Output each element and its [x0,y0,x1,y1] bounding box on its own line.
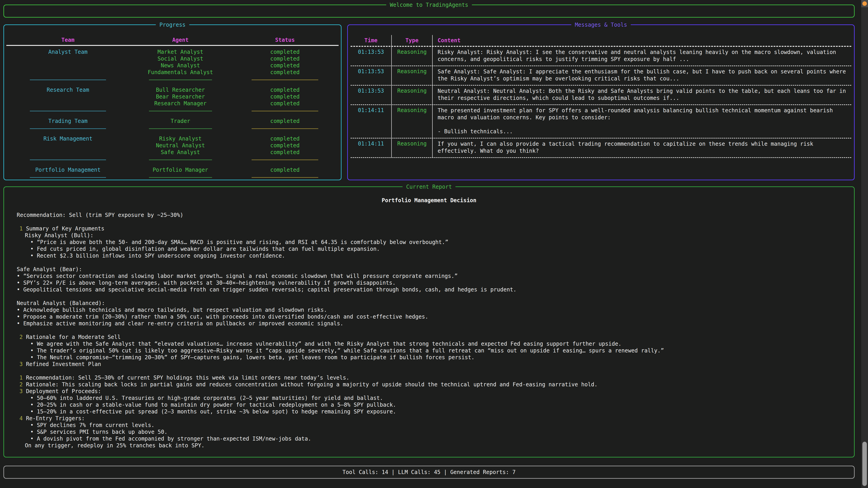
report-numbered-item: 3 Deployment of Proceeds: [17,388,854,395]
progress-team-group: Portfolio Management Portfolio Manager c… [6,164,339,173]
report-blank-line [17,293,854,300]
bullet-marker: • [17,280,23,286]
progress-group-separator [6,107,339,115]
bullet-marker: • [17,320,23,327]
bullet-marker: • [30,422,37,428]
agent-name: Fundamentals Analyst [129,69,231,76]
agent-separator-line [149,79,212,80]
status-separator-line [252,177,318,178]
progress-group-separator [6,125,339,133]
bullet-marker: • [30,409,37,415]
agent-name: Research Manager [129,100,231,107]
column-header-team: Team [6,37,129,43]
progress-table-header: Team Agent Status [6,35,339,46]
column-header-type: Type [392,35,433,46]
list-number: 2 [20,334,26,340]
agent-status: completed [231,149,339,156]
report-bullet-item: • Acknowledge bullish technicals and mac… [17,306,854,313]
agent-separator-line [149,111,212,111]
report-bullet-item: • A dovish pivot from the Fed accompanie… [17,435,854,442]
message-type: Reasoning [392,105,433,138]
agent-status: completed [231,166,339,173]
bullet-marker: • [30,429,37,435]
team-separator-line [30,177,106,178]
messages-table-body: 01:13:53 Reasoning Risky Analyst: Risky … [350,47,851,158]
stats-bar: Tool Calls: 14 | LLM Calls: 45 | Generat… [3,466,855,479]
list-number: 1 [20,225,26,232]
message-time: 01:13:53 [350,47,392,66]
bullet-marker: • [30,395,37,401]
agent-name: Market Analyst [129,48,231,55]
column-header-time: Time [350,35,392,46]
report-bullet-item: • Geopolitical tensions and speculative … [17,286,854,293]
column-header-content: Content [433,37,851,43]
messages-panel: Messages & Tools Time Type Content 01:13… [347,24,855,180]
report-text-line: Recommendation: Sell (trim SPY exposure … [17,212,854,219]
bullet-marker: • [30,341,37,347]
bullet-marker: • [30,402,37,408]
terminal-content: Welcome to TradingAgents Progress Team A… [3,0,855,479]
team-name: Research Team [6,87,129,107]
report-bullet-item: • SPY declines 7% from current levels. [17,422,854,429]
scroll-indicator-dot-icon [862,1,867,6]
progress-panel: Progress Team Agent Status Analyst Team … [3,24,342,180]
agent-name: Bear Researcher [129,93,231,100]
bullet-marker: • [17,287,23,293]
progress-team-group: Analyst Team Market AnalystSocial Analys… [6,46,339,76]
status-list: completed [231,166,339,173]
bullet-marker: • [30,435,37,442]
agent-status: completed [231,62,339,69]
status-separator-line [252,160,318,160]
report-text-line: Safe Analyst (Bear): [17,266,854,273]
current-report-panel: Current Report Portfolio Management Deci… [3,186,855,457]
column-header-agent: Agent [129,37,231,43]
scrollbar-thumb[interactable] [862,442,867,486]
status-list: completedcompletedcompleted [231,87,339,107]
agent-separator-line [149,160,212,160]
message-type: Reasoning [392,66,433,85]
column-header-status: Status [231,37,339,43]
report-text-line: Neutral Analyst (Balanced): [17,300,854,306]
agent-status: completed [231,100,339,107]
message-type: Reasoning [392,138,433,157]
list-number: 2 [20,381,26,388]
stats-text: Tool Calls: 14 | LLM Calls: 45 | Generat… [342,469,516,475]
message-content: Neutral Analyst: Neutral Analyst: Both t… [433,86,851,104]
report-bullet-item: • 15–20% in a cost-effective put spread … [17,408,854,415]
report-bullet-item: • We agree with the Safe Analyst that “e… [17,340,854,347]
agent-list: Trader [129,118,231,125]
report-heading: Portfolio Management Decision [4,197,854,203]
bullet-marker: • [30,348,37,354]
status-list: completed [231,118,339,125]
team-name: Trading Team [6,118,129,125]
team-separator-line [30,111,106,111]
report-numbered-item: 2 Rationale: This scaling back locks in … [17,381,854,388]
status-separator-line [252,128,318,129]
message-time: 01:13:53 [350,66,392,85]
report-bullet-item: • Fed cuts priced in, global disinflatio… [17,246,854,252]
progress-group-separator [6,173,339,182]
report-numbered-item: 1 Recommendation: Sell 25–30% of current… [17,375,854,381]
agent-name: Bull Researcher [129,87,231,93]
bullet-marker: • [30,253,37,259]
agent-name: Risky Analyst [129,135,231,142]
scrollbar-top-box [861,0,868,7]
messages-table: Time Type Content 01:13:53 Reasoning Ris… [350,35,851,158]
scrollbar-track[interactable] [861,0,868,488]
bullet-marker: • [17,314,23,320]
report-body: Recommendation: Sell (trim SPY exposure … [17,212,854,449]
progress-panel-title: Progress [156,21,189,29]
agent-status: completed [231,93,339,100]
agent-separator-line [149,128,212,129]
list-number: 1 [20,375,26,381]
team-separator-line [30,160,106,160]
report-blank-line [17,367,854,375]
bullet-marker: • [17,307,23,313]
report-blank-line [17,219,854,225]
agent-list: Bull ResearcherBear ResearcherResearch M… [129,87,231,107]
team-name: Portfolio Management [6,166,129,173]
messages-table-header: Time Type Content [350,35,851,47]
team-separator-line [30,79,106,80]
message-row: 01:14:11 Reasoning The presented investm… [350,105,851,138]
report-bullet-item: • “Price is above both the 50- and 200-d… [17,239,854,246]
